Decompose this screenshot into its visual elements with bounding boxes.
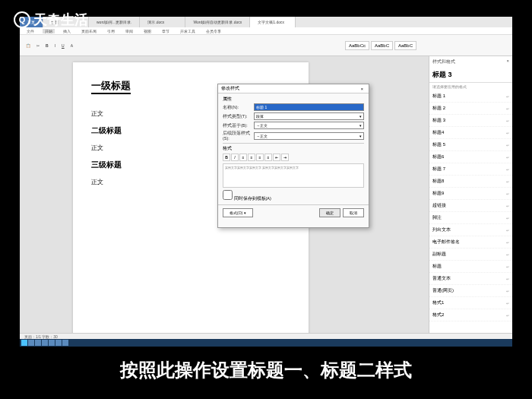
style-list-item[interactable]: 标题9↵ bbox=[429, 188, 512, 200]
ribbon-tab-premium[interactable]: 会员专享 bbox=[204, 29, 223, 33]
ribbon-tab-review[interactable]: 审阅 bbox=[123, 29, 135, 33]
italic-icon[interactable]: I bbox=[53, 43, 57, 49]
heading-1[interactable]: 一级标题 bbox=[91, 79, 131, 94]
style-list-item[interactable]: 普通文本↵ bbox=[429, 273, 512, 285]
base-select[interactable]: →正文▾ bbox=[254, 122, 364, 129]
watermark-logo: Q 天奇生活 bbox=[14, 11, 88, 29]
bold-icon[interactable]: B bbox=[44, 43, 50, 49]
chevron-icon: ↵ bbox=[506, 155, 509, 160]
style-list-item[interactable]: 标题 1↵ bbox=[429, 90, 512, 103]
tab-doc1[interactable]: word如何...更新目录. bbox=[89, 17, 140, 27]
section-format: 格式 bbox=[223, 143, 364, 151]
chevron-icon: ↵ bbox=[506, 301, 509, 306]
style-preview-1[interactable]: AaBbCc bbox=[345, 41, 369, 50]
dialog-buttons: 格式(O) ▾ 确定 取消 bbox=[218, 204, 369, 220]
cancel-button[interactable]: 取消 bbox=[343, 208, 364, 217]
italic-icon[interactable]: I bbox=[231, 154, 239, 161]
align-center-icon[interactable]: ≡ bbox=[248, 154, 255, 161]
save-template-checkbox[interactable]: 同时保存到模板(A) bbox=[223, 196, 271, 201]
chevron-icon: ↵ bbox=[506, 313, 509, 318]
close-icon[interactable]: × bbox=[359, 87, 366, 91]
style-list-item[interactable]: 标题 3↵ bbox=[429, 115, 512, 127]
style-list-item[interactable]: 标题 5↵ bbox=[429, 139, 512, 151]
ribbon-toolbar: 📋 ✂ B I U A AaBbCc AaBbC AaBbC bbox=[20, 35, 512, 56]
paste-icon[interactable]: 📋 bbox=[24, 43, 32, 49]
underline-icon[interactable]: U bbox=[60, 43, 66, 49]
style-list-item[interactable]: 标题6↵ bbox=[429, 151, 512, 163]
indent-left-icon[interactable]: ⇤ bbox=[273, 154, 280, 161]
cut-icon[interactable]: ✂ bbox=[35, 43, 41, 49]
chevron-icon: ↵ bbox=[506, 179, 509, 184]
style-list-item[interactable]: 格式2↵ bbox=[429, 309, 512, 321]
style-list-item[interactable]: 超链接↵ bbox=[429, 200, 512, 212]
chevron-icon: ↵ bbox=[506, 143, 509, 147]
dialog-title-text: 修改样式 bbox=[221, 86, 239, 91]
bold-icon[interactable]: B bbox=[223, 154, 230, 161]
style-list-item[interactable]: 列出文本↵ bbox=[429, 224, 512, 236]
base-label: 样式基于(B): bbox=[223, 123, 252, 128]
ribbon-tab-sections[interactable]: 章节 bbox=[160, 29, 172, 33]
panel-close-icon[interactable]: × bbox=[506, 59, 509, 65]
ribbon-tabs: 文件 开始 插入 页面布局 引用 审阅 视图 章节 开发工具 会员专享 bbox=[20, 27, 512, 35]
task-icon[interactable] bbox=[62, 340, 68, 346]
style-list-item[interactable]: 脚注↵ bbox=[429, 212, 512, 224]
font-color-icon[interactable]: A bbox=[69, 43, 74, 49]
ribbon-tab-layout[interactable]: 页面布局 bbox=[79, 29, 99, 33]
chevron-icon: ↵ bbox=[506, 106, 509, 111]
name-input[interactable]: 标题 1 bbox=[254, 103, 364, 111]
style-preview-3[interactable]: AaBbC bbox=[394, 41, 416, 50]
task-icon[interactable] bbox=[49, 340, 55, 346]
subtitle-caption: 按照此操作设置标题一、标题二样式 bbox=[0, 358, 532, 382]
task-icon[interactable] bbox=[28, 340, 34, 346]
chevron-icon: ↵ bbox=[506, 240, 509, 245]
chevron-down-icon: ▾ bbox=[359, 134, 362, 138]
ribbon-tab-start[interactable]: 开始 bbox=[43, 29, 55, 33]
task-icon[interactable] bbox=[35, 340, 41, 346]
chevron-icon: ↵ bbox=[506, 264, 509, 269]
chevron-down-icon: ▾ bbox=[359, 123, 362, 128]
style-list-item[interactable]: 副标题↵ bbox=[429, 249, 512, 261]
align-left-icon[interactable]: ≡ bbox=[239, 154, 247, 161]
style-list-item[interactable]: 格式1↵ bbox=[429, 297, 512, 309]
style-list-item[interactable]: 标题↵ bbox=[429, 261, 512, 273]
dialog-titlebar[interactable]: 修改样式 × bbox=[218, 84, 369, 93]
screen: 首页 稻壳 word如何...更新目录. 演示.docx Word如何自动更新目… bbox=[20, 17, 512, 347]
chevron-down-icon: ▾ bbox=[359, 114, 362, 119]
ribbon-tab-file[interactable]: 文件 bbox=[24, 29, 36, 33]
style-list-item[interactable]: 标题8↵ bbox=[429, 176, 512, 188]
style-list-item[interactable]: 标题4↵ bbox=[429, 127, 512, 139]
ribbon-tab-dev[interactable]: 开发工具 bbox=[178, 29, 198, 33]
align-right-icon[interactable]: ≡ bbox=[256, 154, 264, 161]
style-list-item[interactable]: 电子邮件签名↵ bbox=[429, 236, 512, 249]
format-toolbar: B I ≡ ≡ ≡ ≡ ⇤ ⇥ bbox=[223, 154, 364, 161]
section-properties: 属性 bbox=[223, 97, 364, 102]
type-select[interactable]: 段落▾ bbox=[254, 112, 364, 120]
start-icon[interactable] bbox=[21, 340, 27, 346]
status-text: 页面：1/1 字数：30 bbox=[24, 334, 58, 339]
style-preview-2[interactable]: AaBbC bbox=[371, 41, 393, 50]
style-list-item[interactable]: 普通(网页)↵ bbox=[429, 285, 512, 297]
ok-button[interactable]: 确定 bbox=[319, 208, 340, 217]
type-label: 样式类型(T): bbox=[223, 114, 252, 119]
chevron-icon: ↵ bbox=[506, 289, 509, 293]
format-button[interactable]: 格式(O) ▾ bbox=[223, 208, 253, 217]
style-list-item[interactable]: 标题 2↵ bbox=[429, 103, 512, 115]
indent-right-icon[interactable]: ⇥ bbox=[281, 154, 289, 161]
panel-hint: 请选择要应用的格式 bbox=[429, 83, 512, 90]
style-gallery: AaBbCc AaBbC AaBbC bbox=[345, 41, 416, 50]
ribbon-tab-view[interactable]: 视图 bbox=[141, 29, 154, 33]
style-list-item[interactable]: 标题 7↵ bbox=[429, 163, 512, 176]
ribbon-tab-refs[interactable]: 引用 bbox=[105, 29, 117, 33]
ribbon-tab-insert[interactable]: 插入 bbox=[61, 29, 73, 33]
panel-current-style[interactable]: 标题 3 bbox=[429, 68, 512, 83]
next-select[interactable]: →正文▾ bbox=[254, 132, 364, 140]
tab-active[interactable]: 文字文稿1.docx bbox=[250, 17, 296, 27]
task-icon[interactable] bbox=[55, 340, 62, 346]
status-bar: 页面：1/1 字数：30 bbox=[20, 333, 512, 339]
tab-doc3[interactable]: Word如何自动更新目录.docx bbox=[185, 17, 250, 27]
chevron-icon: ↵ bbox=[506, 204, 509, 208]
tab-doc2[interactable]: 演示.docx bbox=[140, 17, 185, 27]
align-justify-icon[interactable]: ≡ bbox=[264, 154, 272, 161]
chevron-icon: ↵ bbox=[506, 119, 509, 123]
task-icon[interactable] bbox=[42, 340, 48, 346]
